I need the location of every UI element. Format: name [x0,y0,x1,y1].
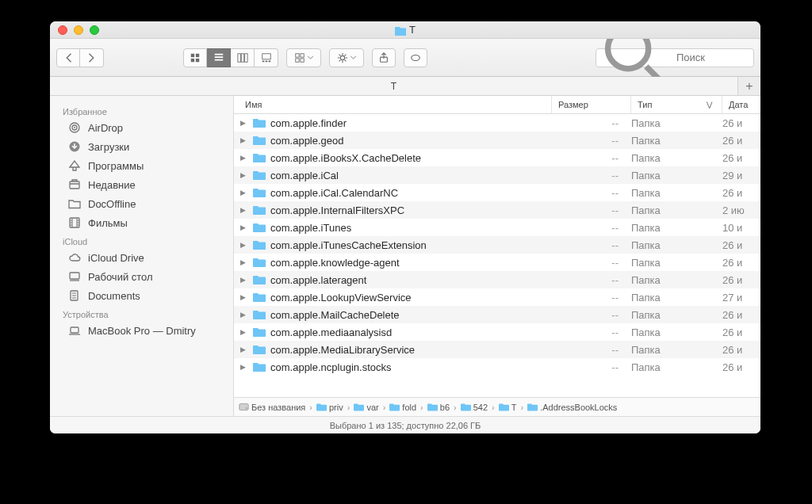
tags-button[interactable] [404,48,427,67]
disclosure-triangle-icon[interactable]: ▶ [237,223,248,231]
sidebar-item[interactable]: DocOffline [50,194,233,213]
file-row[interactable]: ▶ com.apple.MediaLibraryService -- Папка… [234,341,760,358]
sidebar-item[interactable]: Фильмы [50,213,233,232]
file-date: 26 и [722,326,760,338]
chevron-icon: › [518,403,526,412]
disclosure-triangle-icon[interactable]: ▶ [237,206,248,214]
column-size[interactable]: Размер [552,96,631,113]
file-row[interactable]: ▶ com.apple.iTunesCacheExtension -- Папк… [234,236,760,254]
folder-icon [316,402,327,412]
window-title: T [50,24,760,36]
close-button[interactable] [58,25,67,35]
path-crumb[interactable]: priv [316,402,343,412]
sidebar-item[interactable]: Программы [50,156,233,175]
disclosure-triangle-icon[interactable]: ▶ [237,119,248,127]
column-date[interactable]: Дата [722,96,760,113]
tab-bar: T + [50,77,760,96]
sidebar-item-label: MacBook Pro — Dmitry [88,325,196,337]
file-row[interactable]: ▶ com.apple.LookupViewService -- Папка 2… [234,288,760,306]
file-rows[interactable]: ▶ com.apple.finder -- Папка 26 и▶ com.ap… [234,114,760,397]
search-field[interactable] [596,48,754,67]
icon-view-button[interactable] [183,48,207,67]
search-input[interactable] [676,52,749,63]
sidebar-item[interactable]: Рабочий стол [50,267,233,286]
sidebar-item[interactable]: Недавние [50,175,233,194]
path-crumb[interactable]: 542 [461,402,488,412]
sidebar-item[interactable]: MacBook Pro — Dmitry [50,321,233,340]
file-row[interactable]: ▶ com.apple.lateragent -- Папка 26 и [234,271,760,288]
file-date: 10 и [722,222,760,234]
file-row[interactable]: ▶ com.apple.mediaanalysisd -- Папка 26 и [234,323,760,341]
file-row[interactable]: ▶ com.apple.iBooksX.CacheDelete -- Папка… [234,149,760,166]
path-crumb[interactable]: T [499,402,517,412]
column-view-button[interactable] [231,48,255,67]
disclosure-triangle-icon[interactable]: ▶ [237,154,248,162]
disclosure-triangle-icon[interactable]: ▶ [237,171,248,179]
disclosure-triangle-icon[interactable]: ▶ [237,293,248,301]
minimize-button[interactable] [74,25,83,35]
group-button-group [286,48,321,67]
file-row[interactable]: ▶ com.apple.iCal -- Папка 29 и [234,166,760,184]
file-kind: Папка [631,309,722,321]
file-name: com.apple.LookupViewService [270,292,552,304]
file-size: -- [552,309,631,321]
path-crumb-label: fold [402,403,416,412]
file-row[interactable]: ▶ com.apple.knowledge-agent -- Папка 26 … [234,254,760,271]
path-crumb[interactable]: var [354,402,378,412]
file-row[interactable]: ▶ com.apple.ncplugin.stocks -- Папка 26 … [234,358,760,376]
folder-icon [427,402,438,412]
disclosure-triangle-icon[interactable]: ▶ [237,258,248,266]
path-crumb[interactable]: b6 [427,402,450,412]
column-kind[interactable]: Тип⋁ [631,96,722,113]
file-list-area: Имя Размер Тип⋁ Дата ▶ com.apple.finder … [234,96,760,416]
disclosure-triangle-icon[interactable]: ▶ [237,311,248,319]
sidebar-item[interactable]: iCloud Drive [50,248,233,267]
group-by-button[interactable] [286,48,321,67]
folder-icon [253,116,266,129]
sidebar-item-label: DocOffline [88,198,136,210]
sidebar-item[interactable]: Documents [50,286,233,305]
file-row[interactable]: ▶ com.apple.finder -- Папка 26 и [234,114,760,132]
tab-current[interactable]: T [50,77,738,95]
sidebar-item[interactable]: Загрузки [50,137,233,156]
zoom-button[interactable] [90,25,99,35]
disclosure-triangle-icon[interactable]: ▶ [237,136,248,144]
folder-icon [253,256,266,269]
disclosure-triangle-icon[interactable]: ▶ [237,328,248,336]
file-row[interactable]: ▶ com.apple.iTunes -- Папка 10 и [234,219,760,236]
disclosure-triangle-icon[interactable]: ▶ [237,363,248,371]
share-button[interactable] [372,48,396,67]
disclosure-triangle-icon[interactable]: ▶ [237,189,248,197]
file-row[interactable]: ▶ com.apple.iCal.CalendarNC -- Папка 26 … [234,184,760,201]
file-date: 26 и [722,361,760,373]
path-crumb[interactable]: fold [389,402,416,412]
disclosure-triangle-icon[interactable]: ▶ [237,241,248,249]
disclosure-triangle-icon[interactable]: ▶ [237,276,248,284]
path-crumb[interactable]: .AddressBookLocks [527,402,617,412]
file-name: com.apple.mediaanalysisd [270,326,552,338]
gallery-view-button[interactable] [255,48,278,67]
forward-button[interactable] [80,48,104,67]
window-title-text: T [409,24,416,36]
disclosure-triangle-icon[interactable]: ▶ [237,346,248,353]
folder-icon [253,169,266,181]
file-row[interactable]: ▶ com.apple.InternalFiltersXPC -- Папка … [234,201,760,219]
new-tab-button[interactable]: + [738,77,760,95]
file-name: com.apple.MediaLibraryService [270,344,552,356]
sidebar-item-label: Рабочий стол [88,271,153,283]
file-row[interactable]: ▶ com.apple.geod -- Папка 26 и [234,132,760,149]
back-button[interactable] [56,48,80,67]
column-name[interactable]: Имя [234,96,552,113]
folder-icon [253,204,266,216]
action-button[interactable] [329,48,364,67]
file-size: -- [552,117,631,129]
sidebar-item-label: Documents [88,290,140,302]
file-name: com.apple.ncplugin.stocks [270,361,552,373]
laptop-icon [67,323,82,338]
path-crumb[interactable]: Без названия [239,402,305,412]
file-date: 29 и [722,170,760,181]
list-view-button[interactable] [207,48,231,67]
chevron-icon: › [489,403,497,412]
sidebar-item[interactable]: AirDrop [50,118,233,137]
file-row[interactable]: ▶ com.apple.MailCacheDelete -- Папка 26 … [234,306,760,323]
